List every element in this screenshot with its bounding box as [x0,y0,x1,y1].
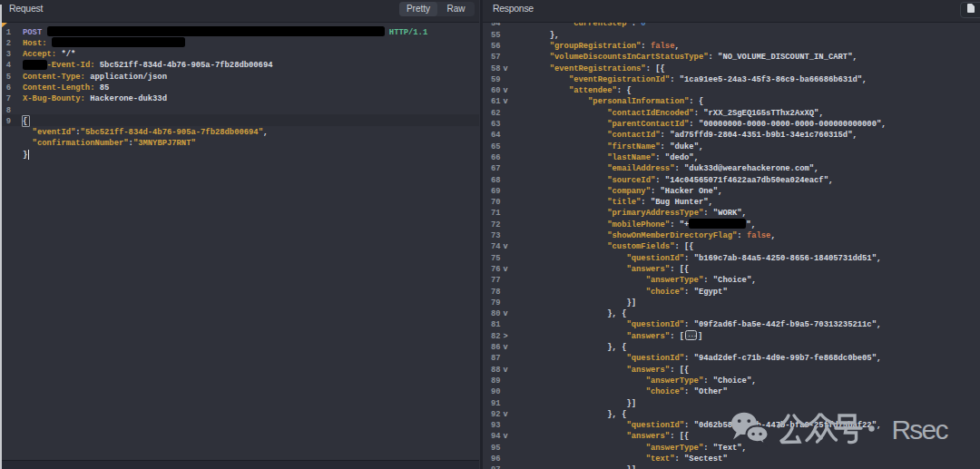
svg-text:Rsec: Rsec [891,415,948,445]
